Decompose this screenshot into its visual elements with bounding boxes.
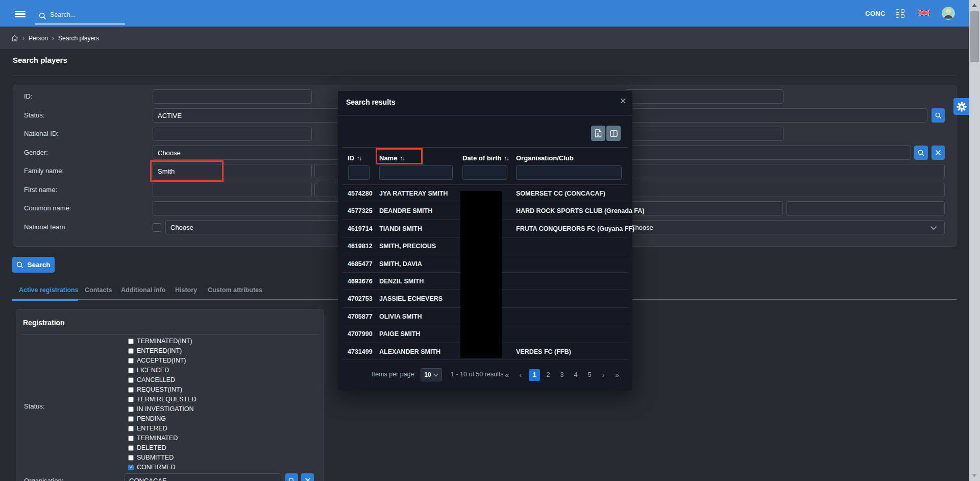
checkbox-icon[interactable] — [128, 426, 134, 431]
checkbox-icon[interactable] — [128, 339, 134, 344]
export-excel-button[interactable] — [591, 126, 605, 141]
tab[interactable]: Additional info — [121, 286, 165, 294]
breadcrumb-item-person[interactable]: Person — [29, 35, 48, 42]
page-number-button[interactable]: 5 — [584, 369, 595, 381]
pagination-summary: 1 - 10 of 50 results — [451, 371, 504, 378]
gender-clear-button[interactable] — [932, 146, 945, 160]
id-input-secondary[interactable] — [625, 89, 783, 104]
checkbox-icon[interactable] — [128, 465, 134, 470]
status-checkbox-item[interactable]: TERMINATED — [128, 435, 178, 442]
checkbox-icon[interactable] — [128, 368, 134, 373]
filter-input-id[interactable] — [348, 165, 370, 180]
status-checkbox-item[interactable]: DELETED — [128, 444, 166, 451]
checkbox-icon[interactable] — [128, 416, 134, 422]
filter-input-org[interactable] — [516, 165, 622, 180]
national-id-input[interactable] — [153, 127, 312, 141]
items-per-page-select[interactable]: 10 — [421, 368, 442, 381]
page-number-button[interactable]: 4 — [570, 369, 581, 381]
title-divider — [13, 76, 957, 76]
first-name-label: First name: — [24, 183, 57, 197]
page-number-button[interactable]: 1 — [529, 369, 540, 381]
tab[interactable]: History — [175, 286, 197, 294]
checkbox-icon[interactable] — [128, 436, 134, 441]
status-search-button[interactable] — [932, 108, 945, 123]
status-checkbox-item[interactable]: ACCEPTED(INT) — [128, 357, 186, 364]
page-number-button[interactable]: 2 — [543, 369, 554, 381]
column-header-org[interactable]: Organisation/Club — [516, 154, 574, 162]
column-header-dob[interactable]: Date of birth↑↓ — [462, 154, 509, 162]
items-per-page-label: Items per page: — [372, 371, 416, 378]
status-checkbox-item[interactable]: CANCELLED — [128, 376, 175, 383]
national-team-select-secondary[interactable]: Choose — [625, 220, 945, 234]
status-checkbox-item[interactable]: PENDING — [128, 415, 166, 422]
checkbox-icon[interactable] — [128, 455, 134, 461]
organisation-short-name: CONC — [865, 10, 885, 17]
scroll-down-arrow[interactable] — [972, 474, 977, 477]
breadcrumb: › Person › Search players — [0, 27, 969, 50]
checkbox-icon[interactable] — [128, 406, 134, 412]
family-name-label: Family name: — [24, 164, 64, 178]
annotation-highlight-name-column — [376, 148, 423, 164]
common-name-label: Common name: — [24, 201, 71, 215]
common-name-input-secondary[interactable] — [787, 201, 945, 215]
menu-icon[interactable] — [15, 11, 26, 17]
table-header-border — [342, 147, 628, 148]
search-underline — [35, 23, 125, 25]
modal-divider — [338, 115, 632, 115]
first-page-button[interactable]: « — [501, 369, 512, 381]
scroll-up-arrow[interactable] — [972, 4, 977, 7]
checkbox-icon[interactable] — [128, 358, 134, 364]
sort-icon: ↑↓ — [504, 155, 509, 161]
status-checkbox-item[interactable]: CONFIRMED — [128, 464, 176, 471]
tab[interactable]: Contacts — [85, 286, 112, 294]
home-icon[interactable] — [11, 35, 18, 42]
search-icon — [39, 12, 46, 20]
status-checkbox-item[interactable]: LICENCED — [128, 367, 169, 374]
columns-button[interactable] — [606, 126, 621, 141]
checkbox-icon[interactable] — [128, 348, 134, 354]
filter-input-dob[interactable] — [462, 165, 507, 180]
first-name-input[interactable] — [153, 183, 312, 197]
page-scrollbar[interactable] — [969, 0, 980, 481]
column-header-id[interactable]: ID↑↓ — [348, 154, 362, 162]
breadcrumb-item-search-players[interactable]: Search players — [58, 35, 99, 42]
page-title: Search players — [13, 56, 67, 64]
search-button[interactable]: Search — [12, 257, 55, 273]
status-checkbox-item[interactable]: TERM.REQUESTED — [128, 396, 197, 403]
global-search-input[interactable] — [50, 9, 125, 20]
national-id-input-secondary[interactable] — [625, 127, 783, 141]
settings-gear-button[interactable] — [953, 98, 969, 115]
checkbox-icon[interactable] — [128, 397, 134, 402]
status-checkbox-item[interactable]: SUBMITTED — [128, 454, 174, 461]
search-icon — [16, 261, 23, 269]
organisation-clear-button[interactable] — [301, 473, 314, 481]
language-flag-icon[interactable] — [918, 9, 930, 17]
checkbox-icon[interactable] — [128, 387, 134, 393]
prev-page-button[interactable]: ‹ — [515, 369, 526, 381]
last-page-button[interactable]: » — [611, 369, 623, 381]
user-avatar[interactable] — [942, 7, 955, 20]
organisation-search-button[interactable] — [285, 473, 298, 481]
status-checkbox-item[interactable]: ENTERED(INT) — [128, 347, 182, 354]
checkbox-icon[interactable] — [128, 377, 134, 383]
pagination-bar: Items per page: 10 1 - 10 of 50 results … — [338, 368, 632, 381]
scrollbar-thumb[interactable] — [970, 11, 979, 62]
close-icon[interactable]: × — [620, 95, 626, 107]
filter-input-name[interactable] — [379, 165, 453, 180]
checkbox-icon[interactable] — [128, 445, 134, 451]
status-checkbox-item[interactable]: TERMINATED(INT) — [128, 338, 192, 345]
organisation-select[interactable]: CONCACAF — [125, 473, 281, 481]
status-checkbox-item[interactable]: IN INVESTIGATION — [128, 405, 194, 413]
gender-search-button[interactable] — [914, 146, 928, 160]
redaction-overlay — [460, 191, 502, 358]
national-team-checkbox[interactable] — [153, 223, 161, 232]
status-checkbox-item[interactable]: REQUEST(INT) — [128, 386, 182, 393]
apps-grid-icon[interactable] — [896, 9, 904, 18]
tab[interactable]: Custom attributes — [208, 286, 262, 294]
status-checkbox-item[interactable]: ENTERED — [128, 425, 167, 432]
next-page-button[interactable]: › — [598, 369, 609, 381]
page-number-button[interactable]: 3 — [556, 369, 568, 381]
breadcrumb-separator: › — [52, 35, 54, 42]
id-input[interactable] — [153, 89, 312, 104]
tab[interactable]: Active registrations — [19, 286, 79, 294]
